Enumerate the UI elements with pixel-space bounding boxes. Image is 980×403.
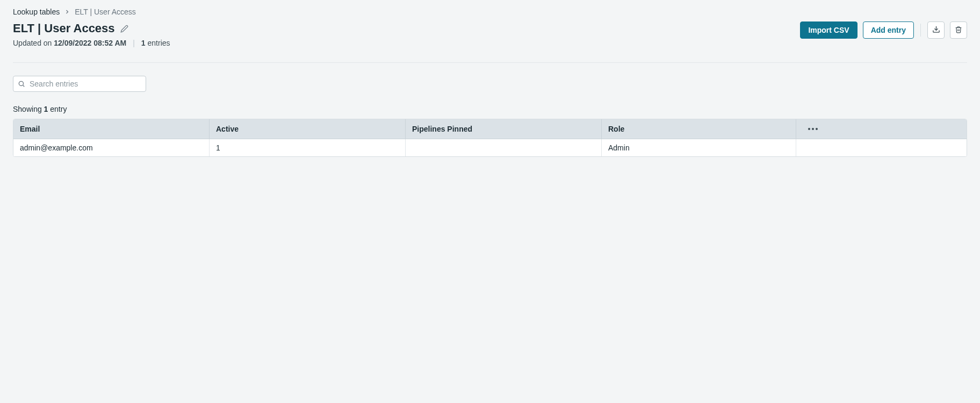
add-entry-button[interactable]: Add entry <box>863 21 914 39</box>
table-header-row: Email Active Pipelines Pinned Role <box>13 119 967 139</box>
search-icon <box>18 80 25 88</box>
search-input-wrap[interactable] <box>13 76 146 92</box>
showing-text: Showing 1 entry <box>13 105 967 113</box>
entries-count: 1 <box>141 39 146 47</box>
table-row[interactable]: admin@example.com 1 Admin <box>13 139 967 156</box>
page-title: ELT | User Access <box>13 21 115 35</box>
entries-label: entries <box>146 39 170 47</box>
entries-table: Email Active Pipelines Pinned Role admin… <box>13 119 967 157</box>
svg-line-2 <box>23 85 25 87</box>
chevron-right-icon <box>64 9 70 15</box>
col-header-role[interactable]: Role <box>602 119 796 139</box>
download-icon <box>932 25 940 35</box>
cell-pipelines-pinned <box>406 139 602 156</box>
breadcrumb: Lookup tables ELT | User Access <box>13 8 967 16</box>
cell-email: admin@example.com <box>13 139 210 156</box>
col-header-pipelines-pinned[interactable]: Pipelines Pinned <box>406 119 602 139</box>
col-header-email[interactable]: Email <box>13 119 210 139</box>
col-header-active[interactable]: Active <box>210 119 406 139</box>
updated-label: Updated on <box>13 39 54 47</box>
pencil-icon[interactable] <box>120 25 128 33</box>
breadcrumb-root[interactable]: Lookup tables <box>13 8 60 16</box>
cell-active: 1 <box>210 139 406 156</box>
trash-icon <box>955 26 962 35</box>
divider-horizontal <box>13 62 967 63</box>
delete-button[interactable] <box>950 21 967 39</box>
search-input[interactable] <box>28 79 141 89</box>
col-header-actions <box>796 119 830 139</box>
divider-vertical <box>920 24 921 37</box>
cell-actions <box>796 139 830 156</box>
cell-role: Admin <box>602 139 796 156</box>
updated-value: 12/09/2022 08:52 AM <box>54 39 126 47</box>
meta-line: Updated on 12/09/2022 08:52 AM | 1 entri… <box>13 39 170 47</box>
import-csv-button[interactable]: Import CSV <box>800 21 857 39</box>
download-button[interactable] <box>927 21 945 39</box>
more-options-icon[interactable] <box>796 119 830 139</box>
breadcrumb-current: ELT | User Access <box>75 8 136 16</box>
svg-point-1 <box>19 81 23 85</box>
